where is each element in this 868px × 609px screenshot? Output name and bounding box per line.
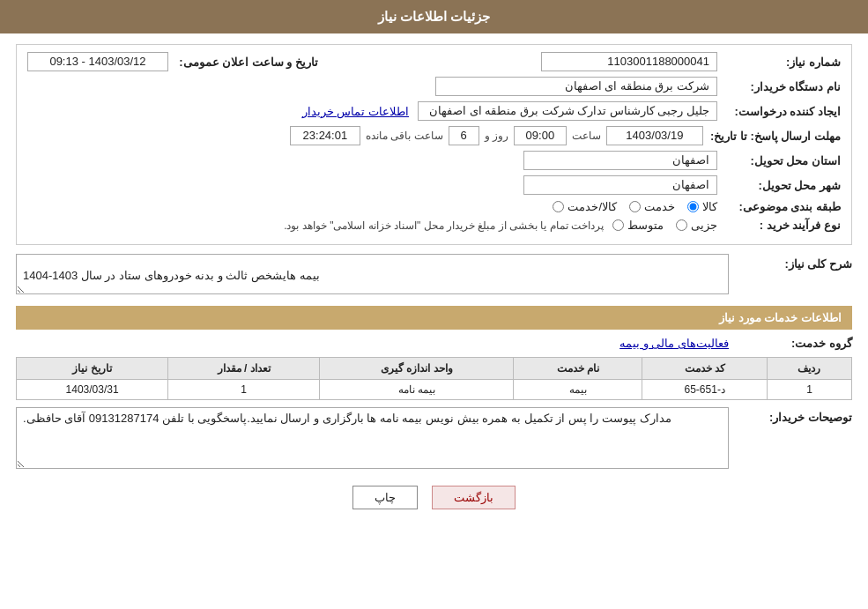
- services-table-header: ردیف کد خدمت نام خدمت واحد اندازه گیری ت…: [17, 358, 852, 380]
- col-row-num: ردیف: [767, 358, 851, 380]
- buyer-notes-row: توصیحات خریدار: مدارک پیوست را پس از تکم…: [16, 407, 852, 472]
- purchase-note: پرداخت تمام یا بخشی از مبلغ خریدار محل "…: [284, 219, 604, 232]
- cell-service-name: بیمه: [514, 380, 642, 400]
- purchase-type-motavasset-label: متوسط: [627, 219, 664, 232]
- service-group-label: گروه خدمت:: [729, 337, 852, 350]
- subject-radio-kala-khedmat: کالا/خدمت: [553, 200, 617, 213]
- purchase-type-row: نوع فرآیند خرید : متوسط جزیی پرداخت تمام…: [27, 219, 841, 232]
- back-button[interactable]: بازگشت: [432, 486, 516, 509]
- cell-service-code: د-651-65: [642, 380, 768, 400]
- col-service-name: نام خدمت: [514, 358, 642, 380]
- col-quantity: تعداد / مقدار: [168, 358, 320, 380]
- response-time: 09:00: [514, 126, 567, 145]
- cell-quantity: 1: [168, 380, 320, 400]
- purchase-type-jozei-input[interactable]: [676, 219, 687, 231]
- page-title: جزئیات اطلاعات نیاز: [378, 9, 490, 24]
- need-description-row: شرح کلی نیاز: بیمه هایشخص ثالث و بدنه خو…: [16, 254, 852, 297]
- buyer-notes-area: مدارک پیوست را پس از تکمیل به همره بیش ن…: [16, 407, 729, 472]
- subject-radio-kala-input[interactable]: [687, 201, 699, 212]
- service-group-value[interactable]: فعالیت‌های مالی و بیمه: [619, 337, 729, 350]
- buyer-notes-textarea[interactable]: [16, 407, 729, 469]
- need-description-textarea[interactable]: [16, 254, 729, 294]
- response-remaining-label: ساعت باقی مانده: [366, 130, 443, 142]
- subject-radio-kala-label: کالا: [702, 200, 717, 213]
- requester-row: ایجاد کننده درخواست: جلیل رجبی کارشناس ت…: [27, 101, 841, 121]
- purchase-type-motavasset-input[interactable]: [612, 219, 624, 231]
- service-group-row: گروه خدمت: فعالیت‌های مالی و بیمه: [16, 337, 852, 350]
- response-deadline-row: مهلت ارسال پاسخ: تا تاریخ: 1403/03/19 سا…: [27, 126, 841, 145]
- response-deadline-label: مهلت ارسال پاسخ: تا تاریخ:: [703, 130, 841, 143]
- delivery-city-row: شهر محل تحویل: اصفهان: [27, 175, 841, 195]
- need-description-area: بیمه هایشخص ثالث و بدنه خودروهای ستاد در…: [16, 254, 729, 297]
- col-unit: واحد اندازه گیری: [320, 358, 514, 380]
- requester-label: ایجاد کننده درخواست:: [717, 105, 841, 118]
- col-need-date: تاریخ نیاز: [17, 358, 168, 380]
- need-number-row: شماره نیاز: 1103001188000041 تاریخ و ساع…: [27, 52, 841, 71]
- response-remaining: 23:24:01: [290, 126, 360, 145]
- purchase-type-motavasset: متوسط: [612, 219, 664, 232]
- subject-radio-kala: کالا: [687, 200, 717, 213]
- purchase-type-label: نوع فرآیند خرید :: [717, 219, 841, 232]
- services-table: ردیف کد خدمت نام خدمت واحد اندازه گیری ت…: [16, 357, 852, 400]
- subject-radio-group: کالا/خدمت خدمت کالا: [553, 200, 717, 213]
- page-header: جزئیات اطلاعات نیاز: [0, 0, 868, 33]
- delivery-province-row: استان محل تحویل: اصفهان: [27, 151, 841, 170]
- announce-datetime-label: تاریخ و ساعت اعلان عمومی:: [168, 56, 318, 69]
- need-number-value: 1103001188000041: [541, 52, 717, 71]
- subject-category-row: طبقه بندی موضوعی: کالا/خدمت خدمت کالا: [27, 200, 841, 213]
- buyer-org-row: نام دستگاه خریدار: شرکت برق منطقه ای اصف…: [27, 77, 841, 96]
- cell-need-date: 1403/03/31: [17, 380, 168, 400]
- services-table-body: 1 د-651-65 بیمه بیمه نامه 1 1403/03/31: [17, 380, 852, 400]
- cell-row-num: 1: [767, 380, 851, 400]
- response-day-label: روز و: [485, 130, 508, 142]
- delivery-city-value: اصفهان: [523, 175, 717, 195]
- subject-radio-khedmat-input[interactable]: [629, 201, 641, 212]
- delivery-province-label: استان محل تحویل:: [717, 154, 841, 167]
- subject-category-label: طبقه بندی موضوعی:: [717, 200, 841, 213]
- need-description-label: شرح کلی نیاز:: [729, 254, 852, 271]
- col-service-code: کد خدمت: [642, 358, 768, 380]
- buyer-org-value: شرکت برق منطقه ای اصفهان: [435, 77, 717, 96]
- print-button[interactable]: چاپ: [352, 486, 418, 509]
- announce-datetime-value: 1403/03/12 - 09:13: [27, 52, 168, 71]
- delivery-city-label: شهر محل تحویل:: [717, 179, 841, 192]
- buyer-org-label: نام دستگاه خریدار:: [717, 80, 841, 93]
- subject-radio-kala-khedmat-label: کالا/خدمت: [568, 200, 617, 213]
- purchase-type-jozei: جزیی: [676, 219, 717, 232]
- subject-radio-kala-khedmat-input[interactable]: [553, 201, 564, 212]
- requester-contact-link[interactable]: اطلاعات تماس خریدار: [302, 105, 409, 118]
- services-section-header: اطلاعات خدمات مورد نیاز: [16, 306, 852, 330]
- subject-radio-khedmat-label: خدمت: [644, 200, 675, 213]
- response-days: 6: [449, 126, 479, 145]
- button-row: بازگشت چاپ: [16, 486, 852, 509]
- purchase-type-group: متوسط جزیی: [612, 219, 717, 232]
- services-title: اطلاعات خدمات مورد نیاز: [719, 311, 842, 324]
- purchase-type-jozei-label: جزیی: [691, 219, 717, 232]
- info-section: شماره نیاز: 1103001188000041 تاریخ و ساع…: [16, 44, 852, 245]
- cell-unit: بیمه نامه: [320, 380, 514, 400]
- response-date: 1403/03/19: [606, 126, 703, 145]
- response-time-label: ساعت: [572, 130, 601, 142]
- need-number-label: شماره نیاز:: [717, 56, 841, 69]
- buyer-notes-label: توصیحات خریدار:: [729, 407, 852, 424]
- delivery-province-value: اصفهان: [523, 151, 717, 170]
- table-row: 1 د-651-65 بیمه بیمه نامه 1 1403/03/31: [17, 380, 852, 400]
- requester-value: جلیل رجبی کارشناس تدارک شرکت برق منطقه ا…: [418, 101, 717, 121]
- subject-radio-khedmat: خدمت: [629, 200, 675, 213]
